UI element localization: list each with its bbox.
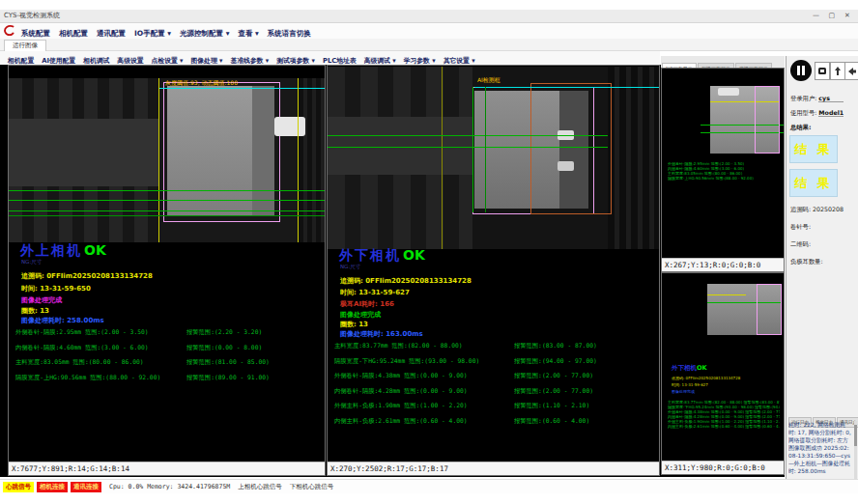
connector-tab <box>274 117 305 136</box>
time-line: 时间: 13-31-59-650 <box>21 284 91 294</box>
qr-code-label: 二维码: <box>790 240 811 249</box>
process-done-line: 图像处理完成 <box>340 310 381 320</box>
app-logo-icon <box>3 24 16 38</box>
camera-image-lower[interactable]: AI检测框 <box>328 67 659 249</box>
thumb2-time: 时间: 13-31-59-627 <box>672 382 780 387</box>
measurement-row: 内侧卷针-隔膜:4.28mm 范围:(0.00 - 9.00) 报警范围:(2.… <box>334 387 655 396</box>
upper-camera-status: 上相机心跳信号 <box>238 483 282 491</box>
measurement-value: 外侧主料-负极:1.90mm 范围:(1.00 - 2.20) <box>334 402 514 410</box>
camera-name: 外上相机 <box>20 242 82 258</box>
thumb-measure-row: 隔膜宽度-上HG:90.56mm 范围:(88.00 - 92.00) <box>668 176 780 181</box>
measurement-value: 隔膜宽度-下HG:95.24mm 范围:(93.00 - 98.00) <box>334 357 514 366</box>
lower-camera-status: 下相机心跳信号 <box>290 483 334 491</box>
time-line: 时间: 13-31-59-627 <box>340 288 410 297</box>
alarm-range: 报警范围:(89.00 - 91.00) <box>186 374 321 382</box>
status-bar: 心跳信号 相机连接 通讯连接 Cpu: 0.0% Memory: 3424.41… <box>0 479 858 493</box>
thumb-panel-1[interactable]: 外侧卷针-隔膜:2.95mm 范围:(2.00 - 3.50)内侧卷针-隔膜:4… <box>661 68 785 272</box>
window-titlebar: CYS-视觉检测系统 — ▢ ✕ <box>0 10 858 23</box>
pause-icon <box>802 66 805 75</box>
gauge-line-yellow-left <box>158 78 159 242</box>
camera-connect-badge: 相机连接 <box>37 482 68 492</box>
elapsed-line: 图像处理耗时: 163.00ms <box>340 329 423 339</box>
heartbeat-badge: 心跳信号 <box>3 482 34 492</box>
tab-run-image[interactable]: 运行图像 <box>4 40 46 51</box>
ng-sub-label: NG:尺寸 <box>21 259 42 266</box>
machine-right-stripes <box>608 67 659 249</box>
camera-result-title: 外上相机OK <box>20 242 106 260</box>
measurement-value: 内侧主料-负极:2.61mm 范围:(0.60 - 4.00) <box>334 417 514 426</box>
thumb2-title: 外下相机OK <box>672 364 707 373</box>
machine-right-stripes <box>299 78 325 242</box>
gauge-line-yellow <box>442 67 443 249</box>
machine-band <box>9 119 159 186</box>
model-row: 使用型号: Model1 <box>790 109 844 118</box>
upload-button[interactable] <box>830 62 845 80</box>
thumb-column: NG画面显示侧视画面展示俯视画面展示 外侧卷针-隔膜:2.95mm 范围:(2.… <box>661 56 785 477</box>
result-ok: OK <box>403 247 425 263</box>
pixel-coordinate-bar: X:270;Y:2502;R:17;G:17;B:17 <box>328 462 659 475</box>
thumb-panel-2[interactable]: 外下相机OK 追溯码: 0FFIim20250208133134728 时间: … <box>661 272 785 475</box>
control-panel: 登录用户: cys 使用型号: Model1 总结果: 结 果 结 果 追溯码:… <box>786 56 858 492</box>
measurement-value: 内侧卷针-隔膜:4.28mm 范围:(0.00 - 9.00) <box>334 387 514 396</box>
measurement-value: 外侧卷针-隔膜:2.95mm 范围:(2.00 - 3.50) <box>15 328 186 337</box>
gauge-line-yellow-right <box>298 78 299 242</box>
camera-name: 外下相机 <box>339 247 401 263</box>
cpu-memory-text: Cpu: 0.0% Memory: 3424.41796875M <box>109 483 230 490</box>
measurement-row: 内侧主料-负极:2.61mm 范围:(0.60 - 4.00) 报警范围:(0.… <box>334 417 655 426</box>
alarm-range: 报警范围:(0.00 - 8.00) <box>186 344 321 352</box>
close-button[interactable]: ✕ <box>841 10 854 22</box>
turns-line: 圈数: 13 <box>21 306 49 316</box>
baseline-cyan <box>474 87 659 88</box>
process-done-line: 图像处理完成 <box>21 295 62 305</box>
turns-line: 圈数: 13 <box>340 320 368 329</box>
measurement-row: 外侧卷针-隔膜:4.38mm 范围:(0.00 - 9.00) 报警范围:(2.… <box>334 372 655 380</box>
tab-highlight <box>558 161 574 171</box>
thumb-measure-row: 内侧主料-负极:2.61mm 范围:(0.60 - 4.00) 报警范围:(0.… <box>668 424 780 429</box>
roi-rectangle <box>755 86 780 154</box>
minimize-button[interactable]: — <box>810 10 823 22</box>
arrow-left-icon <box>847 66 857 77</box>
pause-button[interactable] <box>790 60 812 81</box>
measurement-row: 主料宽度:83.05mm 范围:(80.00 - 86.00) 报警范围:(81… <box>15 358 321 367</box>
result-ok: OK <box>84 242 106 258</box>
threshold-overlay-text: 灰度阈值:93, 动态阈值:100 <box>165 79 238 88</box>
measure-line-green-v <box>485 87 486 212</box>
camera-panel-upper[interactable]: 灰度阈值:93, 动态阈值:100 外上相机OK NG:尺寸 追溯码: 0FFI… <box>8 65 326 476</box>
measure-line-green <box>9 190 325 191</box>
measurement-row: 隔膜宽度-上HG:90.56mm 范围:(88.00 - 92.00) 报警范围… <box>15 374 321 382</box>
camera-image-upper[interactable]: 灰度阈值:93, 动态阈值:100 <box>9 78 325 242</box>
ai-elapsed-line: 极耳AI耗时: 166 <box>340 299 394 309</box>
display-button[interactable] <box>815 62 830 80</box>
machine-band <box>328 117 472 175</box>
measurement-value: 主料宽度:83.77mm 范围:(82.00 - 88.00) <box>334 342 514 350</box>
thumb2-trace: 追溯码: 0FFIim20250208133134728 <box>672 376 780 380</box>
log-scrollbar[interactable] <box>854 421 857 479</box>
thumb2-done: 图像处理完成 <box>672 389 780 394</box>
thumb1-rows: 外侧卷针-隔膜:2.95mm 范围:(2.00 - 3.50)内侧卷针-隔膜:4… <box>668 161 780 181</box>
measurement-row: 隔膜宽度-下HG:95.24mm 范围:(93.00 - 98.00) 报警范围… <box>334 357 655 366</box>
ng-sub-label: NG:尺寸 <box>340 264 360 270</box>
measure-line-green <box>9 215 325 216</box>
settings-toolbar: 相机配置AI使用配置相机调试高级设置点检设置 ▾图像处理 ▾基准线参数 ▾测试项… <box>0 51 660 66</box>
pixel-coordinate-bar: X:311;Y:980;R:0;G:0;B:0 <box>662 461 784 474</box>
total-result-label: 总结果: <box>790 124 811 132</box>
camera-panel-lower[interactable]: AI检测框 外下相机OK NG:尺寸 追溯码: 0FFIim2025020813… <box>327 65 660 476</box>
alarm-range: 报警范围:(2.00 - 77.00) <box>514 372 655 380</box>
window-title: CYS-视觉检测系统 <box>4 12 60 19</box>
arrow-up-icon <box>833 66 843 77</box>
back-button[interactable] <box>844 62 858 80</box>
log-text: 耗时: 222, 网络检测耗时: 17, 网络分割耗时: 0, 网络提取分割耗时… <box>788 421 852 479</box>
cell-edge-shade <box>252 86 274 216</box>
pin-number-label: 卷针号: <box>790 223 811 232</box>
maximize-button[interactable]: ▢ <box>825 10 839 22</box>
roi-rectangle <box>757 284 782 335</box>
toolbar-items: 相机配置AI使用配置相机调试高级设置点检设置 ▾图像处理 ▾基准线参数 ▾测试项… <box>0 51 475 66</box>
alarm-range: 报警范围:(83.00 - 87.00) <box>514 342 655 350</box>
camera-result-title: 外下相机OK <box>339 247 425 265</box>
neg-tab-count-label: 负极耳数量: <box>790 258 823 266</box>
measurement-value: 主料宽度:83.05mm 范围:(80.00 - 86.00) <box>15 358 186 367</box>
alarm-range: 报警范围:(2.20 - 3.20) <box>186 328 321 337</box>
pause-icon <box>797 66 800 75</box>
pixel-coordinate-bar: X:7677;Y:891;R:14;G:14;B:14 <box>9 462 325 475</box>
measurement-row: 外侧卷针-隔膜:2.95mm 范围:(2.00 - 3.50) 报警范围:(2.… <box>15 328 321 337</box>
